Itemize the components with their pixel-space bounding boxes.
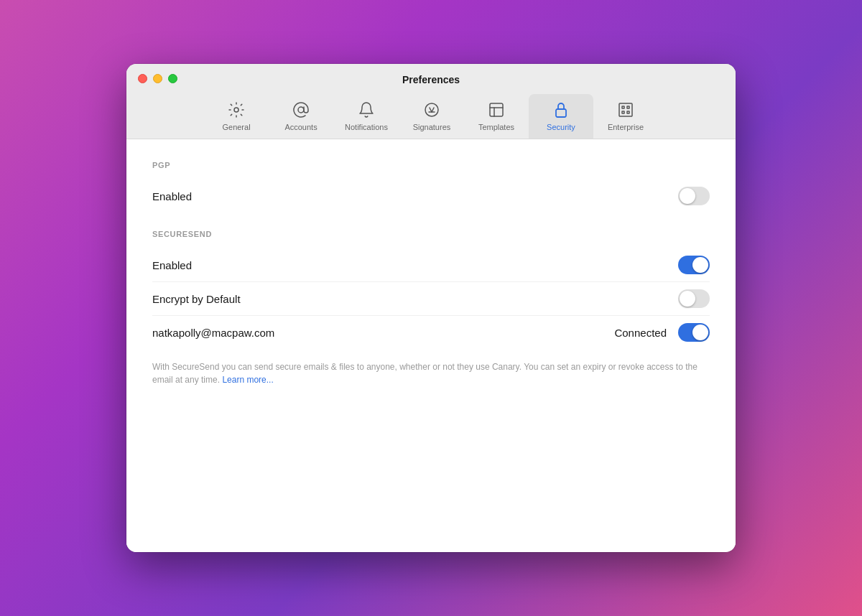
window-title: Preferences: [402, 74, 460, 85]
securesend-toggle-knob: [692, 257, 708, 273]
svg-point-2: [425, 103, 438, 116]
tab-templates-label: Templates: [478, 123, 514, 131]
enterprise-icon: [616, 100, 636, 120]
tab-enterprise[interactable]: Enterprise: [593, 94, 658, 139]
pgp-enabled-label: Enabled: [152, 190, 192, 202]
svg-rect-9: [556, 109, 566, 117]
minimize-button[interactable]: [153, 74, 162, 83]
securesend-enabled-label: Enabled: [152, 259, 192, 271]
svg-rect-12: [627, 106, 629, 108]
svg-rect-11: [622, 106, 624, 108]
email-connected-row: natkapolly@macpaw.com Connected: [152, 316, 710, 349]
tab-accounts-label: Accounts: [284, 123, 317, 131]
pgp-header: PGP: [152, 161, 710, 169]
svg-rect-13: [622, 111, 624, 113]
tab-general[interactable]: General: [204, 94, 269, 139]
securesend-email: natkapolly@macpaw.com: [152, 327, 274, 339]
learn-more-link[interactable]: Learn more...: [222, 375, 273, 385]
encrypt-default-row: Encrypt by Default: [152, 282, 710, 316]
securesend-header: SECURESEND: [152, 230, 710, 238]
titlebar: Preferences General: [126, 64, 736, 139]
templates-icon: [486, 100, 506, 120]
tab-notifications-label: Notifications: [345, 123, 388, 131]
svg-point-0: [234, 108, 238, 112]
svg-rect-6: [490, 103, 503, 116]
at-icon: [291, 100, 311, 120]
securesend-enabled-row: Enabled: [152, 248, 710, 282]
securesend-section: SECURESEND Enabled Encrypt by Default na…: [152, 230, 710, 386]
svg-point-1: [298, 107, 304, 113]
tab-enterprise-label: Enterprise: [608, 123, 644, 131]
svg-line-5: [432, 108, 434, 112]
svg-rect-14: [627, 111, 629, 113]
pgp-enabled-toggle[interactable]: [678, 187, 710, 205]
svg-line-4: [430, 108, 432, 112]
content-area: PGP Enabled SECURESEND Enabled Encrypt b…: [126, 139, 736, 552]
toolbar: General Accounts: [204, 94, 658, 139]
tab-notifications[interactable]: Notifications: [333, 94, 399, 139]
encrypt-default-label: Encrypt by Default: [152, 293, 241, 305]
tab-signatures-label: Signatures: [413, 123, 451, 131]
tab-security-label: Security: [547, 123, 575, 131]
encrypt-default-toggle[interactable]: [678, 289, 710, 308]
pgp-section: PGP Enabled: [152, 161, 710, 213]
traffic-lights: [138, 74, 177, 83]
connected-toggle-knob: [692, 325, 708, 340]
connected-right: Connected: [614, 323, 710, 342]
securesend-description: With SecureSend you can send secure emai…: [152, 360, 710, 386]
section-gap-1: [152, 213, 710, 230]
maximize-button[interactable]: [168, 74, 177, 83]
pgp-toggle-knob: [680, 188, 695, 204]
lock-icon: [551, 100, 571, 120]
connected-toggle[interactable]: [678, 323, 710, 342]
encrypt-toggle-knob: [680, 291, 695, 307]
gear-icon: [226, 100, 246, 120]
tab-signatures[interactable]: Signatures: [399, 94, 464, 139]
tab-security[interactable]: Security: [529, 94, 593, 139]
close-button[interactable]: [138, 74, 147, 83]
bell-icon: [356, 100, 376, 120]
svg-rect-10: [619, 103, 632, 116]
signature-icon: [422, 100, 442, 120]
tab-general-label: General: [222, 123, 250, 131]
securesend-enabled-toggle[interactable]: [678, 256, 710, 274]
preferences-window: Preferences General: [126, 64, 736, 552]
connected-status-label: Connected: [614, 327, 667, 339]
tab-templates[interactable]: Templates: [464, 94, 529, 139]
pgp-enabled-row: Enabled: [152, 179, 710, 213]
tab-accounts[interactable]: Accounts: [269, 94, 333, 139]
